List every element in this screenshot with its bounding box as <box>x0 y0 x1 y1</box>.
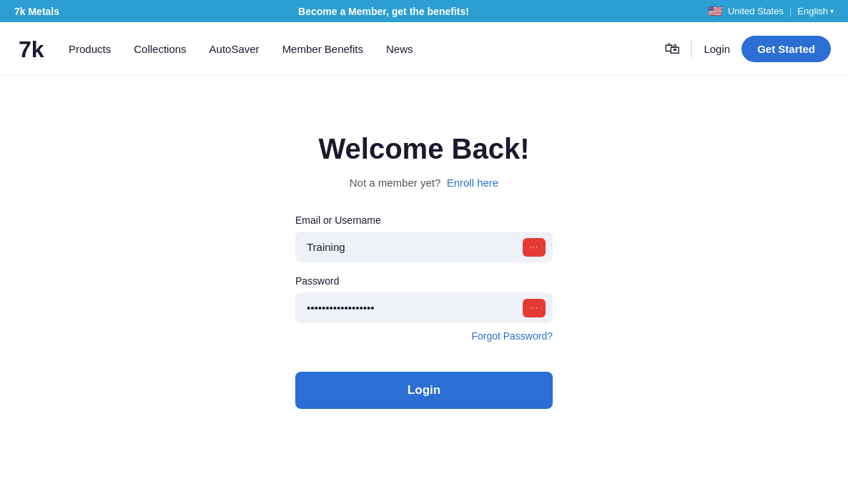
login-form: Email or Username ··· Password ··· Forgo… <box>295 214 553 409</box>
nav-links: Products Collections AutoSaver Member Be… <box>69 43 664 55</box>
enroll-link[interactable]: Enroll here <box>447 177 499 189</box>
nav-right: 🛍 Login Get Started <box>664 36 831 62</box>
login-button[interactable]: Login <box>295 372 553 409</box>
nav-member-benefits[interactable]: Member Benefits <box>282 43 363 55</box>
email-group: Email or Username ··· <box>295 214 553 262</box>
country-name: United States <box>728 6 784 16</box>
autofill-dots-icon: ··· <box>530 304 538 312</box>
email-input-wrapper: ··· <box>295 232 553 262</box>
chevron-down-icon: ▾ <box>830 7 834 15</box>
subtitle: Not a member yet? Enroll here <box>350 177 498 189</box>
logo-link[interactable]: 7k <box>17 34 46 63</box>
nav-products[interactable]: Products <box>69 43 111 55</box>
cart-icon[interactable]: 🛍 <box>664 39 680 58</box>
email-input[interactable] <box>295 232 553 262</box>
login-link[interactable]: Login <box>704 43 730 55</box>
nav-divider <box>691 40 692 57</box>
locale-separator: | <box>789 6 792 16</box>
main-content: Welcome Back! Not a member yet? Enroll h… <box>0 76 848 438</box>
logo-icon: 7k <box>17 34 46 63</box>
email-autofill-button[interactable]: ··· <box>523 238 546 257</box>
password-label: Password <box>295 275 553 287</box>
language-label: English <box>797 6 828 16</box>
password-group: Password ··· Forgot Password? <box>295 275 553 342</box>
nav-news[interactable]: News <box>386 43 413 55</box>
get-started-button[interactable]: Get Started <box>741 36 831 62</box>
nav-collections[interactable]: Collections <box>134 43 186 55</box>
forgot-password-link[interactable]: Forgot Password? <box>471 330 553 342</box>
flag-icon: 🇺🇸 <box>708 4 722 18</box>
navbar: 7k Products Collections AutoSaver Member… <box>0 22 848 76</box>
language-selector[interactable]: English ▾ <box>797 6 834 16</box>
password-input-wrapper: ··· <box>295 292 553 323</box>
nav-autosaver[interactable]: AutoSaver <box>209 43 260 55</box>
locale-selector[interactable]: 🇺🇸 United States | English ▾ <box>708 4 834 18</box>
brand-name: 7k Metals <box>14 6 59 17</box>
password-autofill-button[interactable]: ··· <box>523 299 546 317</box>
top-banner: 7k Metals Become a Member, get the benef… <box>0 0 848 22</box>
forgot-password-wrapper: Forgot Password? <box>295 330 553 342</box>
svg-text:7k: 7k <box>19 36 44 62</box>
email-label: Email or Username <box>295 214 553 226</box>
subtitle-text: Not a member yet? <box>350 177 441 189</box>
promo-text: Become a Member, get the benefits! <box>298 6 469 17</box>
welcome-title: Welcome Back! <box>319 133 530 165</box>
password-input[interactable] <box>295 292 553 323</box>
autofill-dots-icon: ··· <box>530 243 538 251</box>
